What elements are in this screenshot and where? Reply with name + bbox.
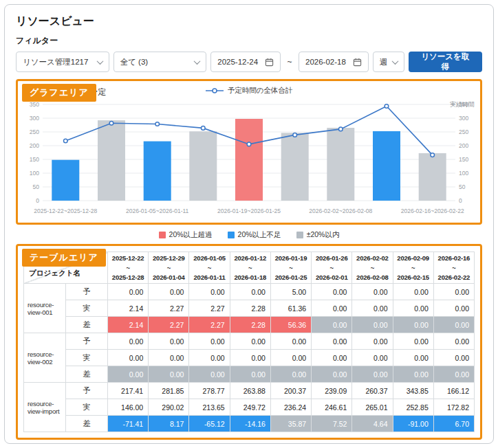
row-type-label: 予: [66, 284, 108, 300]
table-row: 差0.000.000.000.000.000.000.000.000.00: [24, 366, 475, 383]
diff-value-cell: 2.14: [108, 317, 149, 333]
table-row: 実0.000.000.000.000.000.000.000.000.00: [24, 350, 475, 366]
unit-select[interactable]: 週: [373, 52, 404, 72]
value-cell: 0.00: [108, 350, 149, 366]
table-area: テーブルエリア プロジェクト名2025-12-22~2025-12-282025…: [16, 244, 482, 440]
value-cell: 0.00: [189, 284, 230, 300]
svg-text:350: 350: [30, 101, 39, 108]
svg-text:250: 250: [459, 128, 468, 135]
fetch-resources-button[interactable]: リソースを取得: [409, 52, 482, 72]
value-cell: 0.00: [433, 300, 474, 317]
diff-value-cell: 0.00: [352, 317, 393, 333]
svg-text:50: 50: [33, 183, 40, 190]
diff-value-cell: 0.00: [270, 366, 311, 383]
value-cell: 265.01: [352, 399, 393, 416]
value-cell: 239.09: [312, 383, 352, 399]
table-row: resource-view-001予0.000.000.000.005.000.…: [24, 284, 475, 300]
value-cell: 0.00: [433, 350, 474, 366]
diff-value-cell: 0.00: [189, 366, 230, 383]
value-cell: 0.00: [433, 284, 474, 300]
value-cell: 146.00: [108, 399, 149, 416]
graph-area: グラフエリア プロジェクトなし予定 予定時間の全体合計 実績時間 0050501…: [16, 79, 482, 225]
table-row: 実146.00290.02213.65249.72236.24246.61265…: [24, 399, 475, 416]
diff-value-cell: 0.00: [312, 366, 352, 383]
chart-status-legend: 20%以上超過 20%以上不足 ±20%以内: [16, 230, 482, 240]
resource-select[interactable]: リソース管理1217: [16, 52, 109, 72]
week-column-header: 2026-01-12~2026-01-18: [230, 252, 270, 284]
line-series-legend-label: 予定時間の全体合計: [228, 86, 293, 96]
scope-select[interactable]: 全て (3): [113, 52, 207, 72]
value-cell: 2.28: [230, 300, 270, 317]
value-cell: 0.00: [189, 333, 230, 350]
diff-value-cell: 2.27: [189, 317, 230, 333]
table-row: 実2.142.272.272.2861.360.000.000.000.00: [24, 300, 475, 317]
value-cell: 246.61: [312, 399, 352, 416]
diff-value-cell: 0.00: [352, 366, 393, 383]
row-type-label: 実: [66, 300, 108, 317]
row-type-label: 予: [66, 383, 108, 399]
value-cell: 0.00: [352, 333, 393, 350]
diff-value-cell: 35.87: [270, 416, 311, 432]
value-cell: 0.00: [149, 350, 189, 366]
svg-text:50: 50: [459, 183, 466, 190]
value-cell: 2.27: [149, 300, 189, 317]
value-cell: 260.37: [352, 383, 393, 399]
value-cell: 0.00: [312, 300, 352, 317]
value-cell: 0.00: [393, 333, 433, 350]
value-cell: 281.85: [149, 383, 189, 399]
value-cell: 0.00: [230, 284, 270, 300]
diff-value-cell: 8.17: [149, 416, 189, 432]
value-cell: 172.82: [433, 399, 474, 416]
resource-chart: 0050501001001501502002002502503003003503…: [18, 99, 480, 220]
week-column-header: 2026-02-09~2026-02-15: [393, 252, 433, 284]
diff-value-cell: 0.00: [312, 317, 352, 333]
value-cell: 0.00: [312, 350, 352, 366]
value-cell: 61.36: [270, 300, 311, 317]
value-cell: 236.24: [270, 399, 311, 416]
value-cell: 0.00: [393, 300, 433, 317]
svg-text:2026-01-05~2026-01-11: 2026-01-05~2026-01-11: [126, 208, 189, 214]
value-cell: 200.37: [270, 383, 311, 399]
value-cell: 5.00: [270, 284, 311, 300]
legend-label-over: 20%以上超過: [169, 230, 213, 240]
value-cell: 343.85: [393, 383, 433, 399]
table-row: resource-view-import予217.41281.85278.772…: [24, 383, 475, 399]
row-type-label: 差: [66, 317, 108, 333]
legend-item-over: 20%以上超過: [159, 230, 213, 240]
date-to-value: 2026-02-18: [305, 58, 346, 66]
date-to-input[interactable]: 2026-02-18: [299, 52, 369, 72]
value-cell: 0.00: [108, 333, 149, 350]
project-name-cell: resource-view-002: [24, 333, 66, 383]
diff-value-cell: 0.00: [433, 366, 474, 383]
value-cell: 0.00: [393, 284, 433, 300]
resource-select-value: リソース管理1217: [23, 57, 88, 67]
legend-swatch-within: [296, 232, 303, 238]
svg-text:2026-01-19~2026-01-25: 2026-01-19~2026-01-25: [217, 208, 281, 214]
row-type-label: 予: [66, 333, 108, 350]
value-cell: 0.00: [149, 284, 189, 300]
legend-item-within: ±20%以内: [296, 230, 340, 240]
graph-area-annotation: グラフエリア: [22, 84, 96, 102]
project-name-header: プロジェクト名: [29, 269, 80, 278]
diff-value-cell: 0.00: [393, 366, 433, 383]
right-axis-title: 実績時間: [450, 100, 475, 109]
svg-text:150: 150: [30, 156, 39, 163]
svg-text:250: 250: [30, 128, 39, 135]
diff-value-cell: 0.00: [149, 366, 189, 383]
value-cell: 0.00: [189, 350, 230, 366]
filter-bar: リソース管理1217 全て (3) 2025-12-24 ~ 2026-02-1…: [16, 52, 482, 72]
diff-value-cell: 0.00: [393, 317, 433, 333]
diff-value-cell: 2.28: [230, 317, 270, 333]
diff-value-cell: 6.70: [433, 416, 474, 432]
legend-label-within: ±20%以内: [307, 230, 340, 240]
date-from-input[interactable]: 2025-12-24: [210, 52, 281, 72]
week-column-header: 2025-12-22~2025-12-28: [108, 252, 149, 284]
svg-text:2026-02-02~2026-02-08: 2026-02-02~2026-02-08: [309, 208, 372, 214]
value-cell: 252.85: [393, 399, 433, 416]
week-column-header: 2026-02-16~2026-02-22: [433, 252, 474, 284]
project-name-cell: resource-view-001: [24, 284, 66, 333]
value-cell: 0.00: [393, 350, 433, 366]
unit-select-value: 週: [380, 57, 388, 67]
row-type-label: 実: [66, 399, 108, 416]
value-cell: 0.00: [312, 333, 352, 350]
